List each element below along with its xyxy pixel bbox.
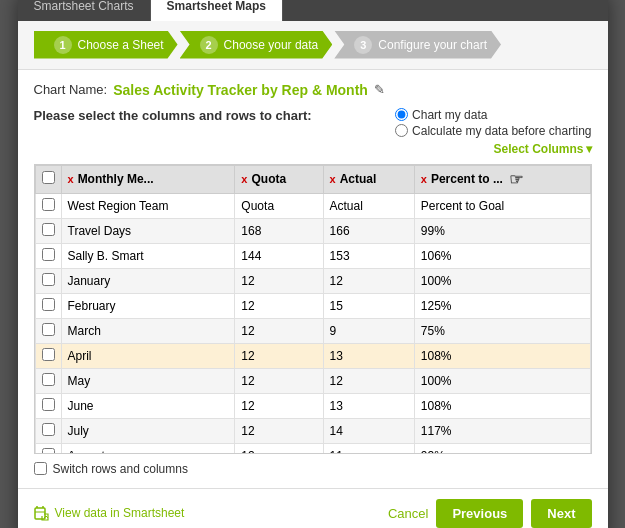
row-checkbox[interactable] bbox=[42, 198, 55, 211]
col-header-2: x Quota bbox=[235, 165, 323, 193]
step-3-label: Configure your chart bbox=[378, 38, 487, 52]
cancel-button[interactable]: Cancel bbox=[388, 506, 428, 521]
switch-rows-label: Switch rows and columns bbox=[53, 462, 188, 476]
row-checkbox[interactable] bbox=[42, 248, 55, 261]
select-all-checkbox[interactable] bbox=[42, 171, 55, 184]
switch-rows-checkbox[interactable] bbox=[34, 462, 47, 475]
radio-chart-data[interactable]: Chart my data bbox=[395, 108, 487, 122]
modal-header: Smartsheet Charts Smartsheet Maps bbox=[18, 0, 608, 21]
chart-name-value: Sales Activity Tracker by Rep & Month bbox=[113, 82, 368, 98]
select-columns-button[interactable]: Select Columns ▾ bbox=[493, 142, 591, 156]
options-row: Please select the columns and rows to ch… bbox=[34, 108, 592, 156]
tab-maps[interactable]: Smartsheet Maps bbox=[151, 0, 283, 21]
modal-container: Smartsheet Charts Smartsheet Maps 1 Choo… bbox=[18, 0, 608, 528]
col-header-3: x Actual bbox=[323, 165, 414, 193]
table-row: Sally B. Smart144153106% bbox=[35, 243, 590, 268]
table-row: August121192% bbox=[35, 443, 590, 454]
data-table: x Monthly Me... x Quota bbox=[35, 165, 591, 454]
table-row: Travel Days16816699% bbox=[35, 218, 590, 243]
modal-footer: View data in Smartsheet Cancel Previous … bbox=[18, 488, 608, 529]
view-data-icon bbox=[34, 505, 50, 521]
header-checkbox-col bbox=[35, 165, 61, 193]
table-row: January1212100% bbox=[35, 268, 590, 293]
previous-button[interactable]: Previous bbox=[436, 499, 523, 528]
radio-group: Chart my data Calculate my data before c… bbox=[395, 108, 591, 138]
chart-name-row: Chart Name: Sales Activity Tracker by Re… bbox=[34, 82, 592, 98]
row-checkbox[interactable] bbox=[42, 448, 55, 454]
table-row: March12975% bbox=[35, 318, 590, 343]
wizard-steps: 1 Choose a Sheet 2 Choose your data 3 Co… bbox=[18, 21, 608, 70]
row-checkbox[interactable] bbox=[42, 423, 55, 436]
data-table-container[interactable]: x Monthly Me... x Quota bbox=[34, 164, 592, 454]
row-checkbox[interactable] bbox=[42, 348, 55, 361]
step-3-num: 3 bbox=[354, 36, 372, 54]
row-checkbox[interactable] bbox=[42, 298, 55, 311]
step-2-label: Choose your data bbox=[224, 38, 319, 52]
table-row: June1213108% bbox=[35, 393, 590, 418]
col-header-4: x Percent to ... ☞ bbox=[414, 165, 590, 193]
edit-icon[interactable]: ✎ bbox=[374, 82, 385, 97]
wizard-step-3[interactable]: 3 Configure your chart bbox=[334, 31, 501, 59]
step-2-num: 2 bbox=[200, 36, 218, 54]
wizard-step-2[interactable]: 2 Choose your data bbox=[180, 31, 333, 59]
step-1-label: Choose a Sheet bbox=[78, 38, 164, 52]
row-checkbox[interactable] bbox=[42, 273, 55, 286]
tab-charts[interactable]: Smartsheet Charts bbox=[18, 0, 151, 21]
next-button[interactable]: Next bbox=[531, 499, 591, 528]
row-checkbox[interactable] bbox=[42, 398, 55, 411]
table-row: July1214117% bbox=[35, 418, 590, 443]
chart-name-label: Chart Name: bbox=[34, 82, 108, 97]
table-row: May1212100% bbox=[35, 368, 590, 393]
select-columns-label: Please select the columns and rows to ch… bbox=[34, 108, 312, 123]
cursor-hand-icon: ☞ bbox=[509, 170, 523, 189]
modal-body: Chart Name: Sales Activity Tracker by Re… bbox=[18, 70, 608, 488]
row-checkbox[interactable] bbox=[42, 223, 55, 236]
row-checkbox[interactable] bbox=[42, 373, 55, 386]
row-checkbox[interactable] bbox=[42, 323, 55, 336]
table-row: April1213108% bbox=[35, 343, 590, 368]
table-row: February1215125% bbox=[35, 293, 590, 318]
view-data-link[interactable]: View data in Smartsheet bbox=[34, 505, 185, 521]
svg-rect-0 bbox=[35, 508, 45, 519]
switch-rows-row: Switch rows and columns bbox=[34, 462, 592, 476]
wizard-step-1[interactable]: 1 Choose a Sheet bbox=[34, 31, 178, 59]
table-row: West Region TeamQuotaActualPercent to Go… bbox=[35, 193, 590, 218]
step-1-num: 1 bbox=[54, 36, 72, 54]
col-header-1: x Monthly Me... bbox=[61, 165, 235, 193]
footer-buttons: Cancel Previous Next bbox=[388, 499, 592, 528]
radio-calculate[interactable]: Calculate my data before charting bbox=[395, 124, 591, 138]
